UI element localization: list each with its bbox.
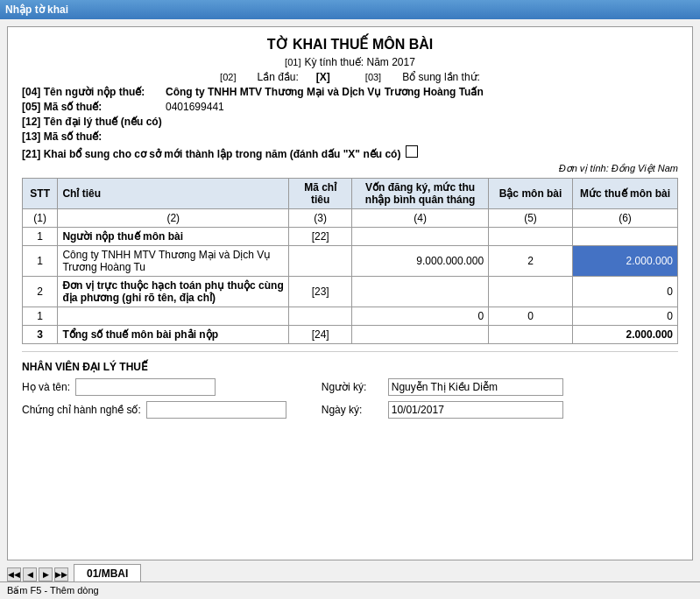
- th-von: Vốn đăng ký, mức thu nhập bình quân thán…: [352, 179, 489, 209]
- value-01: Kỳ tính thuế: Năm 2017: [304, 56, 414, 68]
- row-12: [12] Tên đại lý thuế (nếu có): [22, 116, 678, 128]
- row-04: [04] Tên người nộp thuế: Công ty TNHH MT…: [22, 86, 678, 98]
- chitieu-cell: Tổng số thuế môn bài phải nộp: [58, 326, 289, 344]
- nav-first-button[interactable]: ◀◀: [7, 567, 21, 581]
- text-03: Bổ sung lần thứ:: [402, 71, 480, 83]
- chung-chi-row: Chứng chỉ hành nghề số:: [22, 401, 286, 419]
- table-row: 2 Đơn vị trực thuộc hạch toán phụ thuộc …: [23, 277, 678, 307]
- bac-cell: [489, 326, 573, 344]
- agent-left: Họ và tên: Chứng chỉ hành nghề số:: [22, 378, 286, 419]
- bac-cell: [489, 228, 573, 246]
- table-row: 1 0 0 0: [23, 307, 678, 326]
- muc-cell: 2.000.000: [573, 246, 678, 277]
- status-text: Bấm F5 - Thêm dòng: [7, 585, 99, 596]
- stt-cell: 1: [23, 246, 58, 277]
- chitieu-cell: Công ty TNHH MTV Thương Mại và Dịch Vụ T…: [58, 246, 289, 277]
- ngay-ky-label: Ngày ký:: [322, 404, 383, 416]
- bac-cell: 2: [489, 246, 573, 277]
- von-cell: [352, 326, 489, 344]
- sub-header-row: (1) (2) (3) (4) (5) (6): [23, 209, 678, 228]
- label-02: [02]: [220, 72, 236, 82]
- sub-h3: (3): [289, 209, 352, 228]
- ma-cell: [289, 246, 352, 277]
- agent-right: Người ký: Ngày ký:: [322, 378, 563, 419]
- chitieu-cell: [58, 307, 289, 326]
- ho-va-ten-input[interactable]: [75, 378, 216, 396]
- stt-cell: 2: [23, 277, 58, 307]
- title-bar: Nhập tờ khai: [0, 0, 700, 19]
- label-03: [03]: [365, 72, 381, 82]
- th-stt: STT: [23, 179, 58, 209]
- muc-cell: 2.000.000: [573, 326, 678, 344]
- bac-cell: [489, 277, 573, 307]
- form-area: TỜ KHAI THUẾ MÔN BÀI [01] Kỳ tính thuế: …: [7, 26, 693, 560]
- sub-h6: (6): [573, 209, 678, 228]
- stt-cell: 1: [23, 307, 58, 326]
- row-01: [01] Kỳ tính thuế: Năm 2017: [22, 56, 678, 68]
- ngay-ky-row: Ngày ký:: [322, 401, 563, 419]
- main-content: TỜ KHAI THUẾ MÔN BÀI [01] Kỳ tính thuế: …: [0, 19, 700, 599]
- nav-last-button[interactable]: ▶▶: [54, 567, 68, 581]
- th-ma: Mã chỉ tiêu: [289, 179, 352, 209]
- table-row: 1 Người nộp thuế môn bài [22]: [23, 228, 678, 246]
- stt-cell: 1: [23, 228, 58, 246]
- agent-section-title: NHÂN VIÊN ĐẠI LÝ THUẾ: [22, 361, 678, 373]
- text-02: Lần đầu:: [257, 71, 298, 83]
- von-cell: 0: [352, 307, 489, 326]
- von-cell: 9.000.000.000: [352, 246, 489, 277]
- value-04: Công ty TNHH MTV Thương Mại và Dịch Vụ T…: [166, 86, 484, 98]
- value-02: [X]: [316, 71, 330, 83]
- nav-buttons: ◀◀ ◀ ▶ ▶▶: [7, 567, 68, 581]
- value-05: 0401699441: [166, 101, 224, 113]
- ho-va-ten-label: Họ và tên:: [22, 381, 70, 393]
- bac-cell: 0: [489, 307, 573, 326]
- unit-note: Đơn vị tính: Đồng Việt Nam: [22, 163, 678, 174]
- nav-prev-button[interactable]: ◀: [23, 567, 37, 581]
- label-12: [12] Tên đại lý thuế (nếu có): [22, 116, 162, 128]
- ngay-ky-input[interactable]: [388, 401, 563, 419]
- main-table: STT Chỉ tiêu Mã chỉ tiêu Vốn đăng ký, mứ…: [22, 178, 678, 344]
- chung-chi-input[interactable]: [146, 401, 286, 419]
- row-05: [05] Mã số thuế: 0401699441: [22, 101, 678, 113]
- muc-cell: [573, 228, 678, 246]
- table-row: 3 Tổng số thuế môn bài phải nộp [24] 2.0…: [23, 326, 678, 344]
- window-title: Nhập tờ khai: [5, 4, 68, 16]
- row-02-03: [02] Lần đầu: [X] [03] Bổ sung lần thứ:: [22, 71, 678, 83]
- checkbox-21[interactable]: [406, 145, 418, 158]
- agent-section: Họ và tên: Chứng chỉ hành nghề số: Người…: [22, 378, 678, 419]
- von-cell: [352, 228, 489, 246]
- separator: [22, 351, 678, 352]
- stt-cell: 3: [23, 326, 58, 344]
- main-window: Nhập tờ khai TỜ KHAI THUẾ MÔN BÀI [01] K…: [0, 0, 700, 599]
- ma-cell: [23]: [289, 277, 352, 307]
- ma-cell: [22]: [289, 228, 352, 246]
- sub-h1: (1): [23, 209, 58, 228]
- ho-va-ten-row: Họ và tên:: [22, 378, 286, 396]
- von-cell: [352, 277, 489, 307]
- chitieu-cell: Đơn vị trực thuộc hạch toán phụ thuộc cù…: [58, 277, 289, 307]
- form-main-title: TỜ KHAI THUẾ MÔN BÀI: [22, 36, 678, 53]
- muc-cell: 0: [573, 277, 678, 307]
- nav-next-button[interactable]: ▶: [39, 567, 53, 581]
- sub-h5: (5): [489, 209, 573, 228]
- label-21: [21] Khai bổ sung cho cơ sở mới thành lậ…: [22, 148, 400, 160]
- ma-cell: [24]: [289, 326, 352, 344]
- sub-h2: (2): [58, 209, 289, 228]
- th-chitieu: Chỉ tiêu: [58, 179, 289, 209]
- th-muc: Mức thuế môn bài: [573, 179, 678, 209]
- ma-cell: [289, 307, 352, 326]
- label-04: [04] Tên người nộp thuế:: [22, 86, 162, 98]
- table-row: 1 Công ty TNHH MTV Thương Mại và Dịch Vụ…: [23, 246, 678, 277]
- chitieu-cell: Người nộp thuế môn bài: [58, 228, 289, 246]
- tab-01-mbai[interactable]: 01/MBAI: [74, 564, 141, 581]
- nguoi-ky-input[interactable]: [388, 378, 563, 396]
- tab-bar-container: ◀◀ ◀ ▶ ▶▶ 01/MBAI: [0, 560, 700, 581]
- chung-chi-label: Chứng chỉ hành nghề số:: [22, 404, 141, 416]
- label-13: [13] Mã số thuế:: [22, 130, 102, 143]
- nguoi-ky-row: Người ký:: [322, 378, 563, 396]
- row-13: [13] Mã số thuế:: [22, 130, 678, 143]
- row-21: [21] Khai bổ sung cho cơ sở mới thành lậ…: [22, 145, 678, 160]
- label-05: [05] Mã số thuế:: [22, 101, 162, 113]
- label-01: [01]: [285, 57, 301, 67]
- th-bac: Bậc môn bài: [489, 179, 573, 209]
